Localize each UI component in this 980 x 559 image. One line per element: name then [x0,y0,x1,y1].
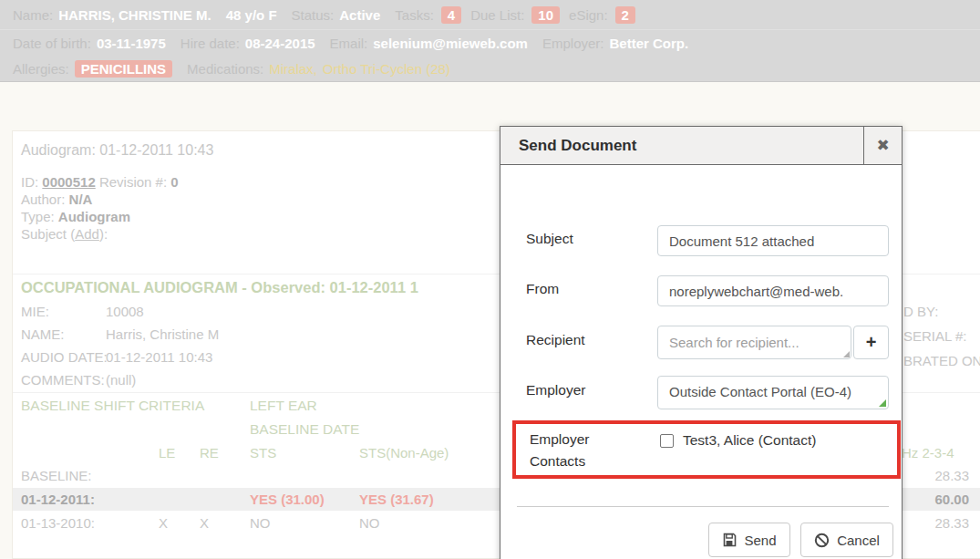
table-row-2011-sts: YES (31.00) [250,492,325,507]
type-label: Type: [21,209,55,224]
subject-suffix: ): [99,226,108,242]
status-label: Status: [292,7,335,23]
send-document-dialog: Send Document ✖ Subject From Recipient +… [500,126,903,559]
dialog-body: Subject From Recipient + Employer Outsid… [500,165,902,559]
tasks-count-badge[interactable]: 4 [441,6,461,24]
document-author-line: Author: N/A [21,192,92,207]
document-id-line: ID: 0000512 Revision #: 0 [21,174,179,190]
hire-date-label: Hire date: [181,36,240,51]
medication-ortho-tri-cyclen[interactable]: Ortho Tri-Cyclen (28) [323,61,450,77]
table-row-2010-le: X [159,515,168,531]
name-field-label: NAME: [21,326,65,342]
contact-checkbox[interactable] [660,434,674,448]
allergies-label: Allergies: [13,61,69,77]
audio-date-value: 01-12-2011 10:43 [106,349,212,365]
patient-email: selenium@mieweb.com [373,36,528,51]
medication-miralax[interactable]: Miralax, [269,61,317,77]
cancel-icon [814,533,830,548]
patient-bar-row-1: Name: HARRIS, CHRISTINE M. 48 y/o F Stat… [0,0,980,30]
patient-bar-row-3: Allergies: PENICILLINS Medications: Mira… [0,56,980,81]
save-icon [722,533,737,547]
baseline-criteria-title: BASELINE SHIFT CRITERIA [21,398,204,414]
resize-handle-icon [843,351,850,357]
add-recipient-button[interactable]: + [853,326,889,359]
document-header: Audiogram: 01-12-2011 10:43 [21,142,213,159]
document-subject-line: Subject (Add): [21,226,108,242]
patient-demographics-bar: Name: HARRIS, CHRISTINE M. 48 y/o F Stat… [0,0,980,82]
patient-bar-row-2: Date of birth: 03-11-1975 Hire date: 08-… [0,30,980,56]
send-button[interactable]: Send [708,523,790,557]
table-row-2010-re: X [200,515,209,531]
name-label: Name: [13,7,53,23]
table-row-2010-sts-nonage: NO [359,515,380,531]
esign-count-badge[interactable]: 2 [615,6,635,24]
comments-label: COMMENTS: [21,372,105,388]
id-label: ID: [21,174,38,190]
left-ear-header: LEFT EAR [250,398,317,414]
table-row-2011-label: 01-12-2011: [21,492,95,507]
patient-dob: 03-11-1975 [97,36,166,51]
mie-label: MIE: [21,304,49,319]
author-value: N/A [69,192,93,207]
patient-employer: Better Corp. [609,36,688,51]
dialog-title: Send Document [500,137,863,155]
name-field-value: Harris, Christine M [106,326,219,342]
close-icon: ✖ [876,136,889,155]
plus-icon: + [866,332,877,353]
medications-label: Medications: [187,61,263,77]
due-list-count-badge[interactable]: 10 [531,6,560,24]
employer-label: Employer: [542,36,604,51]
subject-field-label: Subject [526,231,573,247]
document-id-link[interactable]: 0000512 [42,174,95,190]
employer-contacts-label: Employer Contacts [530,429,589,472]
col-header-re: RE [200,445,219,461]
table-row-2010-sts: NO [250,515,271,531]
patient-status: Active [339,7,380,23]
calibrated-by-fragment: D BY: [903,304,938,319]
patient-name: HARRIS, CHRISTINE M. [58,7,211,23]
col-header-le: LE [159,445,175,461]
table-row-2011-right-value: 60.00 [934,492,969,507]
mie-value: 10008 [106,304,144,319]
revision-value: 0 [170,174,178,190]
dob-label: Date of birth: [13,36,91,51]
employer-select[interactable]: Outside Contact Portal (EO-4) [657,376,889,409]
col-header-sts-nonage: STS(Non-Age) [359,445,449,461]
close-button[interactable]: ✖ [863,127,902,165]
from-input[interactable] [657,275,889,306]
employer-selected-value: Outside Contact Portal (EO-4) [669,384,851,399]
type-value: Audiogram [58,209,130,224]
due-list-label: Due List: [470,7,524,23]
col-header-sts: STS [250,445,276,461]
table-row-2010-label: 01-13-2010: [21,515,95,531]
subject-input[interactable] [657,225,889,256]
recipient-field-label: Recipient [526,332,585,348]
author-label: Author: [21,192,65,207]
cancel-button-label: Cancel [837,533,880,548]
button-separator [517,506,889,507]
employer-field-label: Employer [526,382,585,399]
esign-label: eSign: [569,7,608,23]
subject-add-link[interactable]: Add [75,226,99,242]
calibrated-on-fragment: BRATED ON [903,353,980,368]
document-type-line: Type: Audiogram [21,209,130,224]
patient-hire-date: 08-24-2015 [245,36,315,51]
from-field-label: From [526,281,559,297]
table-row-baseline-label: BASELINE: [21,468,92,483]
select-resize-handle-icon [879,399,886,407]
revision-label: Revision #: [99,174,167,190]
cancel-button[interactable]: Cancel [800,523,893,557]
table-row-2010-right-value: 28.33 [934,515,969,531]
tasks-label: Tasks: [395,7,434,23]
audio-date-label: AUDIO DATE: [21,349,108,365]
allergy-badge[interactable]: PENICILLINS [75,60,172,78]
dialog-header[interactable]: Send Document ✖ [500,127,902,165]
send-button-label: Send [744,533,776,548]
recipient-search-input[interactable] [657,326,851,359]
serial-number-fragment: SERIAL #: [903,328,966,344]
table-row-2011-sts-nonage: YES (31.67) [359,492,434,507]
contact-option-label[interactable]: Test3, Alice (Contact) [683,432,816,449]
report-title: OCCUPATIONAL AUDIOGRAM - Observed: 01-12… [21,279,418,296]
email-label: Email: [330,36,368,51]
table-row-baseline-right-value: 28.33 [934,468,969,483]
